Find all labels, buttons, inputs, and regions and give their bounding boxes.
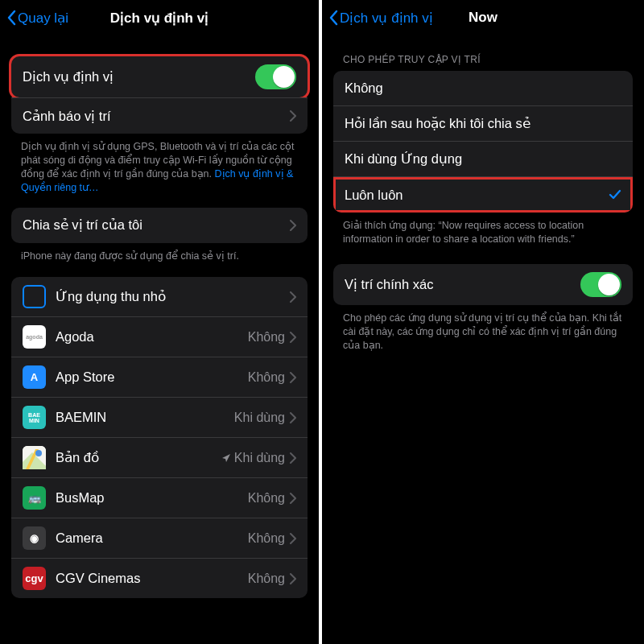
app-status: Không	[248, 370, 285, 385]
group-main-toggle: Dịch vụ định vị	[11, 56, 308, 97]
chevron-right-icon	[290, 493, 296, 504]
chevron-right-icon	[290, 332, 296, 343]
app-row[interactable]: BAE MINBAEMINKhi dùng	[11, 398, 308, 438]
chevron-right-icon	[290, 412, 296, 423]
location-arrow-icon	[221, 453, 231, 463]
app-icon: agoda	[23, 325, 46, 349]
option-label: Không	[345, 80, 621, 96]
group-alerts: Cảnh báo vị trí	[11, 98, 308, 134]
toggle-switch[interactable]	[255, 64, 296, 89]
chevron-right-icon	[290, 372, 296, 383]
chevron-right-icon	[290, 110, 296, 122]
app-row[interactable]: agodaAgodaKhông	[11, 317, 308, 357]
app-icon: BAE MIN	[23, 406, 46, 429]
app-status: Không	[248, 491, 285, 506]
screen-app-permission: Dịch vụ định vị Now CHO PHÉP TRUY CẬP VỊ…	[322, 0, 644, 644]
access-option[interactable]: Không	[333, 71, 633, 106]
row-location-services-toggle[interactable]: Dịch vụ định vị	[11, 56, 308, 97]
alerts-label: Cảnh báo vị trí	[23, 109, 290, 124]
app-status: Khi dùng	[221, 451, 285, 465]
chevron-right-icon	[290, 220, 296, 231]
app-icon: A	[23, 365, 46, 389]
app-row[interactable]: AApp StoreKhông	[11, 357, 308, 398]
back-label: Dịch vụ định vị	[340, 10, 433, 27]
chevron-right-icon	[290, 533, 296, 544]
app-status: Không	[248, 572, 285, 586]
option-label: Luôn luôn	[345, 188, 609, 203]
section-header: CHO PHÉP TRUY CẬP VỊ TRÍ	[322, 35, 644, 71]
chevron-right-icon	[290, 573, 296, 584]
app-explain-text: Giải thích ứng dụng: “Now requires acces…	[322, 213, 644, 253]
screen-location-services: Quay lại Dịch vụ định vị Dịch vụ định vị…	[0, 0, 319, 644]
app-name: CGV Cinemas	[56, 571, 248, 586]
nav-bar: Dịch vụ định vị Now	[322, 0, 644, 35]
app-row[interactable]: 🚌BusMapKhông	[11, 478, 308, 518]
chevron-right-icon	[290, 452, 296, 464]
row-share-my-location[interactable]: Chia sẻ vị trí của tôi	[11, 208, 308, 243]
app-name: Bản đồ	[56, 450, 221, 465]
app-icon: 🚌	[23, 486, 46, 510]
row-precise-location[interactable]: Vị trí chính xác	[333, 264, 633, 305]
app-name: Camera	[56, 530, 248, 546]
app-row[interactable]: Bản đồKhi dùng	[11, 438, 308, 478]
location-explain-text: Dịch vụ định vị sử dụng GPS, Bluetooth v…	[0, 134, 319, 201]
app-icon: ◉	[23, 526, 46, 550]
chevron-left-icon	[6, 10, 16, 26]
access-option[interactable]: Khi dùng Ứng dụng	[333, 142, 633, 177]
chevron-right-icon	[290, 291, 296, 303]
app-name: BusMap	[56, 490, 248, 506]
toggle-label: Dịch vụ định vị	[23, 69, 255, 85]
access-option[interactable]: Luôn luôn	[333, 177, 633, 213]
app-row[interactable]: cgvCGV CinemasKhông	[11, 559, 308, 598]
app-status: Không	[248, 531, 285, 546]
app-icon	[23, 446, 46, 469]
share-label: Chia sẻ vị trí của tôi	[23, 217, 290, 233]
app-name: App Store	[56, 369, 248, 385]
option-label: Hỏi lần sau hoặc khi tôi chia sẻ	[345, 116, 621, 131]
back-label: Quay lại	[18, 10, 68, 27]
precise-label: Vị trí chính xác	[345, 277, 580, 292]
group-share: Chia sẻ vị trí của tôi	[11, 208, 308, 243]
precise-footer: Cho phép các ứng dụng sử dụng vị trí cụ …	[322, 305, 644, 359]
option-label: Khi dùng Ứng dụng	[345, 151, 621, 167]
access-option[interactable]: Hỏi lần sau hoặc khi tôi chia sẻ	[333, 106, 633, 142]
group-access-options: KhôngHỏi lần sau hoặc khi tôi chia sẻKhi…	[333, 71, 633, 213]
app-row[interactable]: Ứng dụng thu nhỏ	[11, 277, 308, 317]
back-button[interactable]: Quay lại	[6, 10, 68, 27]
toggle-switch[interactable]	[580, 272, 621, 297]
row-location-alerts[interactable]: Cảnh báo vị trí	[11, 98, 308, 134]
app-name: BAEMIN	[56, 410, 234, 425]
nav-bar: Quay lại Dịch vụ định vị	[0, 0, 319, 35]
app-status: Không	[248, 330, 285, 345]
checkmark-icon	[609, 188, 621, 201]
app-name: Agoda	[56, 329, 248, 345]
app-row[interactable]: ◉CameraKhông	[11, 518, 308, 559]
app-icon	[23, 285, 46, 308]
chevron-left-icon	[328, 10, 338, 26]
back-button[interactable]: Dịch vụ định vị	[328, 10, 433, 27]
svg-point-1	[35, 450, 42, 456]
app-status: Khi dùng	[234, 411, 285, 425]
group-precise: Vị trí chính xác	[333, 264, 633, 305]
share-footer: iPhone này đang được sử dụng để chia sẻ …	[0, 243, 319, 270]
app-name: Ứng dụng thu nhỏ	[56, 289, 285, 304]
group-apps: Ứng dụng thu nhỏagodaAgodaKhôngAApp Stor…	[11, 277, 308, 598]
app-icon: cgv	[23, 567, 46, 590]
